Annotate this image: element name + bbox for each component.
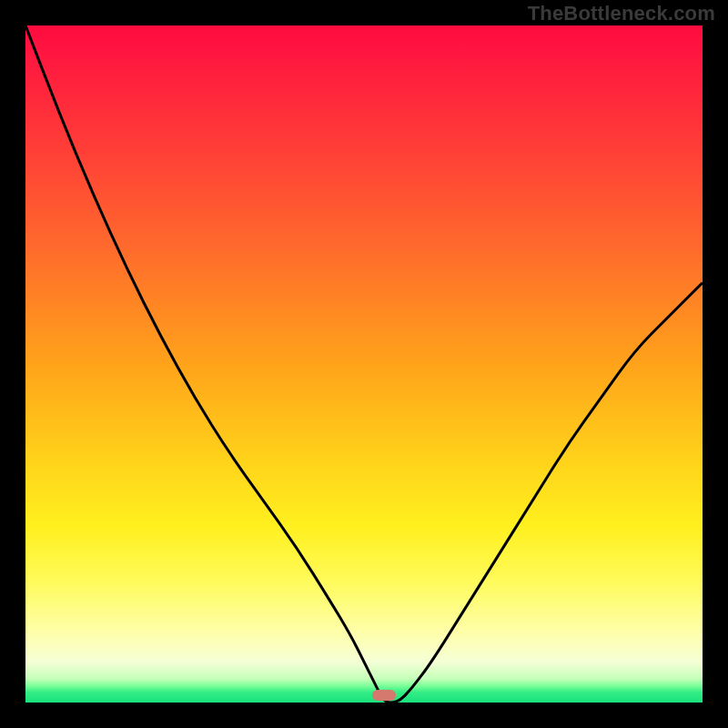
bottleneck-curve (25, 25, 703, 703)
chart-frame: TheBottleneck.com (0, 0, 728, 728)
optimum-marker (372, 690, 396, 701)
plot-area (25, 25, 703, 703)
watermark-text: TheBottleneck.com (528, 2, 715, 25)
curve-path (25, 25, 703, 703)
